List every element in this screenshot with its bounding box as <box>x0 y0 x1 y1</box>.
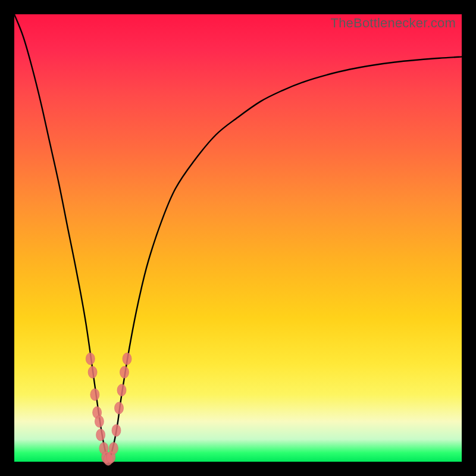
scatter-dot <box>112 424 121 436</box>
scatter-dot <box>95 415 104 427</box>
scatter-dot <box>115 402 124 414</box>
scatter-dot <box>109 442 118 454</box>
scatter-dots <box>86 353 131 465</box>
scatter-dot <box>86 353 95 365</box>
scatter-dot <box>88 367 97 378</box>
scatter-dot <box>90 389 99 400</box>
chart-frame: TheBottlenecker.com <box>14 14 462 462</box>
bottleneck-chart <box>14 14 462 462</box>
bottleneck-curve-path <box>14 14 462 459</box>
scatter-dot <box>96 429 105 441</box>
scatter-dot <box>120 367 129 378</box>
scatter-dot <box>117 384 126 396</box>
scatter-dot <box>123 353 131 365</box>
